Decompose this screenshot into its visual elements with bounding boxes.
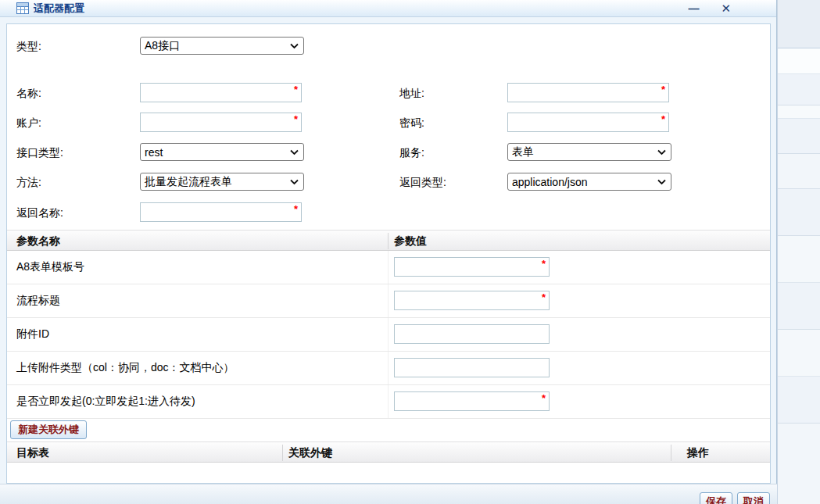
return-name-input[interactable]: * — [140, 202, 302, 222]
param-name: A8表单模板号 — [16, 260, 84, 274]
dialog-title: 适配器配置 — [34, 2, 84, 16]
param-name: 是否立即发起(0:立即发起1:进入待发) — [16, 395, 195, 409]
param-value-input[interactable]: * — [394, 291, 550, 310]
background-band — [778, 48, 820, 74]
method-label: 方法: — [16, 176, 41, 190]
required-marker: * — [661, 114, 665, 124]
adapter-config-icon — [16, 2, 29, 14]
name-input[interactable]: * — [140, 83, 302, 102]
background-band — [778, 189, 820, 236]
address-input-field[interactable] — [508, 84, 668, 102]
params-header-name: 参数名称 — [16, 234, 60, 248]
required-marker: * — [542, 393, 546, 403]
param-row: 流程标题 * — [7, 284, 770, 318]
required-marker: * — [542, 292, 546, 302]
param-value-input[interactable]: * — [394, 257, 550, 277]
background-band — [778, 330, 820, 377]
adapter-config-dialog: 适配器配置 — ✕ 类型: A8接口 名称: * 地址: * — [0, 0, 777, 504]
background-band — [778, 74, 820, 105]
params-table-header: 参数名称 参数值 — [7, 230, 770, 251]
method-select[interactable]: 批量发起流程表单 — [140, 173, 304, 191]
save-button[interactable]: 保存 — [700, 492, 732, 504]
param-name: 流程标题 — [16, 294, 60, 308]
chevron-down-icon — [657, 149, 666, 155]
window-controls: — ✕ — [688, 0, 731, 17]
param-value-field[interactable] — [395, 325, 549, 343]
required-marker: * — [542, 259, 546, 269]
param-value-input[interactable]: * — [394, 391, 550, 411]
type-select[interactable]: A8接口 — [140, 37, 304, 55]
background-band — [778, 236, 820, 283]
required-marker: * — [294, 114, 298, 124]
chevron-down-icon — [290, 149, 299, 155]
fk-header-operation: 操作 — [687, 446, 709, 460]
close-icon[interactable]: ✕ — [721, 0, 731, 17]
service-select[interactable]: 表单 — [507, 143, 671, 161]
method-select-value: 批量发起流程表单 — [145, 175, 232, 189]
column-separator — [282, 445, 283, 461]
chevron-down-icon — [290, 179, 299, 185]
password-input-field[interactable] — [508, 113, 668, 131]
address-label: 地址: — [399, 87, 424, 101]
fk-table-header: 目标表 关联外键 操作 — [7, 441, 770, 463]
required-marker: * — [294, 204, 298, 214]
interface-type-select[interactable]: rest — [140, 143, 304, 161]
params-header-value: 参数值 — [394, 234, 427, 248]
address-input[interactable]: * — [507, 83, 669, 102]
background-band — [778, 154, 820, 189]
required-marker: * — [661, 84, 665, 95]
param-value-field[interactable] — [395, 291, 549, 309]
interface-type-select-value: rest — [145, 146, 163, 159]
background-band — [778, 377, 820, 424]
account-label: 账户: — [16, 116, 41, 130]
column-separator — [388, 233, 389, 249]
service-label: 服务: — [399, 146, 424, 160]
password-label: 密码: — [399, 116, 424, 130]
dialog-titlebar: 适配器配置 — ✕ — [0, 0, 776, 17]
param-value-input[interactable] — [394, 358, 550, 377]
new-foreign-key-button[interactable]: 新建关联外键 — [10, 420, 87, 439]
param-value-input[interactable] — [394, 324, 550, 344]
param-value-field[interactable] — [395, 258, 549, 276]
name-label: 名称: — [16, 87, 41, 101]
password-input[interactable]: * — [507, 113, 669, 132]
dialog-body-panel: 类型: A8接口 名称: * 地址: * 账户: * 密码: — [6, 23, 771, 484]
interface-type-label: 接口类型: — [16, 146, 63, 160]
fk-header-foreign-key: 关联外键 — [288, 446, 332, 460]
fk-header-target-table: 目标表 — [16, 446, 49, 460]
param-row: 是否立即发起(0:立即发起1:进入待发) * — [7, 385, 770, 419]
required-marker: * — [294, 84, 298, 95]
return-type-label: 返回类型: — [399, 176, 446, 190]
background-band — [778, 424, 820, 504]
param-value-field[interactable] — [395, 392, 549, 410]
name-input-field[interactable] — [141, 84, 301, 102]
background-band — [778, 105, 820, 119]
background-band — [778, 283, 820, 330]
chevron-down-icon — [657, 179, 666, 185]
chevron-down-icon — [290, 43, 299, 49]
type-label: 类型: — [16, 40, 41, 54]
background-page — [777, 0, 820, 504]
service-select-value: 表单 — [512, 145, 534, 159]
param-row: 上传附件类型（col：协同，doc：文档中心） — [7, 352, 770, 385]
param-row: 附件ID — [7, 318, 770, 352]
column-separator — [671, 445, 671, 461]
return-name-input-field[interactable] — [141, 203, 301, 221]
return-type-select-value: application/json — [512, 176, 588, 188]
dialog-footer: 保存 取消 — [0, 484, 777, 504]
return-type-select[interactable]: application/json — [507, 173, 671, 191]
param-name: 上传附件类型（col：协同，doc：文档中心） — [16, 361, 234, 375]
return-name-label: 返回名称: — [16, 206, 63, 220]
param-name: 附件ID — [16, 327, 49, 341]
param-value-field[interactable] — [395, 359, 549, 377]
screen: 适配器配置 — ✕ 类型: A8接口 名称: * 地址: * — [0, 0, 820, 504]
param-row: A8表单模板号 * — [7, 251, 770, 284]
background-band — [778, 119, 820, 154]
cancel-button[interactable]: 取消 — [737, 492, 770, 504]
minimize-icon[interactable]: — — [688, 0, 697, 17]
account-input[interactable]: * — [140, 113, 302, 132]
type-select-value: A8接口 — [145, 39, 180, 53]
account-input-field[interactable] — [141, 113, 301, 131]
background-band — [778, 0, 820, 48]
